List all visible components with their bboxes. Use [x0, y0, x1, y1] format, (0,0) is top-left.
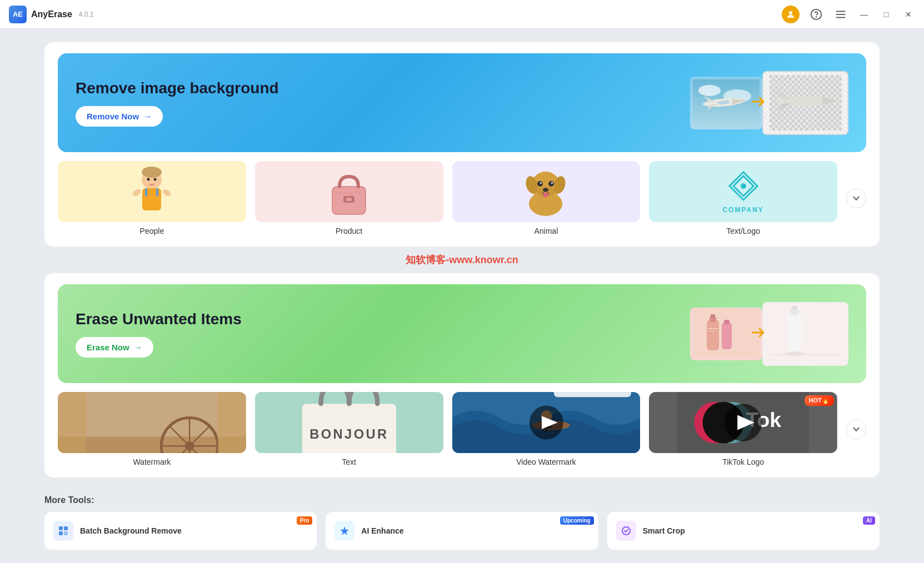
svg-rect-60: [792, 306, 797, 309]
video-thumb: Watermark: [452, 392, 641, 453]
upcoming-badge: Upcoming: [560, 516, 594, 525]
people-label: People: [140, 227, 164, 235]
categories-grid: People: [58, 161, 866, 235]
product-label: Product: [336, 227, 362, 235]
erase-tiktok[interactable]: Tok HOT🔥 TikTok Logo: [649, 392, 837, 466]
room-scene-svg: Watermark: [58, 392, 246, 453]
text-label: Text: [342, 458, 356, 466]
erase-arrow-icon: [750, 324, 766, 341]
titlebar-right: — □ ✕: [782, 6, 915, 23]
animal-thumb: [452, 161, 641, 222]
svg-rect-35: [346, 198, 352, 201]
svg-point-61: [786, 351, 803, 356]
plane-transparent-svg: [770, 75, 842, 130]
ai-badge: AI: [863, 516, 875, 525]
svg-point-45: [551, 182, 553, 184]
svg-point-44: [540, 182, 542, 184]
watermark-thumb: Watermark: [58, 392, 246, 453]
erase-text[interactable]: BONJOUR Text: [255, 392, 443, 466]
user-avatar-icon[interactable]: [782, 6, 800, 23]
svg-point-29: [154, 178, 157, 181]
erase-watermark[interactable]: Watermark Watermark: [58, 392, 246, 466]
product-thumb: [255, 161, 443, 222]
erase-now-button[interactable]: Erase Now →: [76, 337, 153, 358]
main-content: Remove image background Remove Now →: [0, 29, 924, 491]
titlebar: AE AnyErase 4.0.1 — □ ✕: [0, 0, 924, 29]
knowr-watermark: 知软博客-www.knowr.cn: [44, 253, 880, 267]
tool-icon-batch: [53, 521, 73, 541]
banner-text-area: Remove image background Remove Now →: [76, 79, 279, 127]
svg-point-27: [162, 188, 172, 198]
tiktok-thumb: Tok HOT🔥: [649, 392, 837, 453]
svg-rect-30: [145, 188, 147, 197]
text-logo-thumb: COMPANY: [649, 161, 837, 222]
erase-banner-image: [693, 298, 848, 370]
tool-ai-label: Smart Crop: [643, 526, 685, 535]
watermark-label: Watermark: [133, 458, 171, 466]
svg-rect-54: [724, 320, 730, 324]
banner-image-area: [693, 67, 848, 139]
surf-svg: Watermark: [452, 392, 641, 453]
category-people[interactable]: People: [58, 161, 246, 235]
tool-icon-ai: [616, 521, 636, 541]
arrow-icon: [750, 93, 766, 110]
svg-rect-52: [711, 314, 715, 318]
pro-badge: Pro: [297, 516, 313, 525]
titlebar-left: AE AnyErase 4.0.1: [9, 6, 94, 23]
people-thumb: [58, 161, 246, 222]
category-chevron-down[interactable]: [846, 188, 866, 208]
more-tools-section: More Tools: Batch Background Remove Pro …: [0, 491, 924, 559]
menu-icon[interactable]: [833, 7, 848, 22]
animal-illustration: [520, 164, 572, 219]
erase-items-section: Erase Unwanted Items Erase Now →: [44, 273, 880, 477]
category-animal[interactable]: Animal: [452, 161, 641, 235]
svg-point-24: [142, 167, 162, 178]
remove-background-section: Remove image background Remove Now →: [44, 42, 880, 247]
product-after-svg: [765, 304, 846, 364]
remove-bg-title: Remove image background: [76, 79, 279, 98]
svg-point-28: [147, 178, 150, 181]
tool-upcoming-label: AI Enhance: [361, 526, 403, 535]
erase-video-watermark[interactable]: Watermark Video Watermark: [452, 392, 641, 466]
product-illustration: [324, 165, 374, 218]
svg-rect-96: [59, 531, 63, 535]
remove-now-button[interactable]: Remove Now →: [76, 106, 163, 127]
svg-rect-56: [708, 331, 716, 331]
svg-rect-50: [707, 320, 719, 350]
tool-ai-enhance[interactable]: AI Enhance Upcoming: [326, 512, 598, 550]
svg-rect-58: [787, 312, 802, 351]
svg-point-43: [548, 181, 554, 187]
erase-items-grid: Watermark Watermark BONJOUR: [58, 392, 866, 466]
video-watermark-label: Video Watermark: [516, 458, 576, 466]
tool-batch-label: Batch Background Remove: [80, 526, 182, 535]
svg-rect-97: [64, 531, 68, 535]
erase-banner-text: Erase Unwanted Items Erase Now →: [76, 310, 242, 358]
app-logo: AE: [9, 6, 27, 23]
svg-rect-53: [722, 323, 732, 349]
category-product[interactable]: Product: [255, 161, 443, 235]
company-logo: COMPANY: [722, 169, 763, 214]
minimize-button[interactable]: —: [857, 8, 871, 21]
svg-point-7: [698, 85, 721, 96]
svg-point-0: [789, 11, 792, 14]
svg-point-42: [537, 181, 543, 187]
svg-rect-31: [156, 188, 158, 197]
svg-point-26: [132, 188, 142, 198]
tool-smart-crop[interactable]: Smart Crop AI: [607, 512, 880, 550]
people-illustration: [127, 164, 177, 219]
close-button[interactable]: ✕: [902, 8, 915, 21]
erase-banner-title: Erase Unwanted Items: [76, 310, 242, 329]
tool-batch-bg-remove[interactable]: Batch Background Remove Pro: [44, 512, 317, 550]
text-thumb: BONJOUR: [255, 392, 443, 453]
category-text-logo[interactable]: COMPANY Text/Logo: [649, 161, 837, 235]
app-version: 4.0.1: [79, 11, 94, 18]
plane-after-image: [762, 71, 848, 135]
maximize-button[interactable]: □: [880, 8, 893, 21]
svg-text:Watermark: Watermark: [563, 392, 622, 394]
svg-rect-72: [218, 392, 246, 453]
svg-rect-55: [708, 328, 718, 329]
erase-banner: Erase Unwanted Items Erase Now →: [58, 284, 866, 383]
erase-chevron-down[interactable]: [846, 419, 866, 439]
help-icon[interactable]: [808, 7, 824, 22]
svg-text:Watermark: Watermark: [67, 392, 131, 394]
